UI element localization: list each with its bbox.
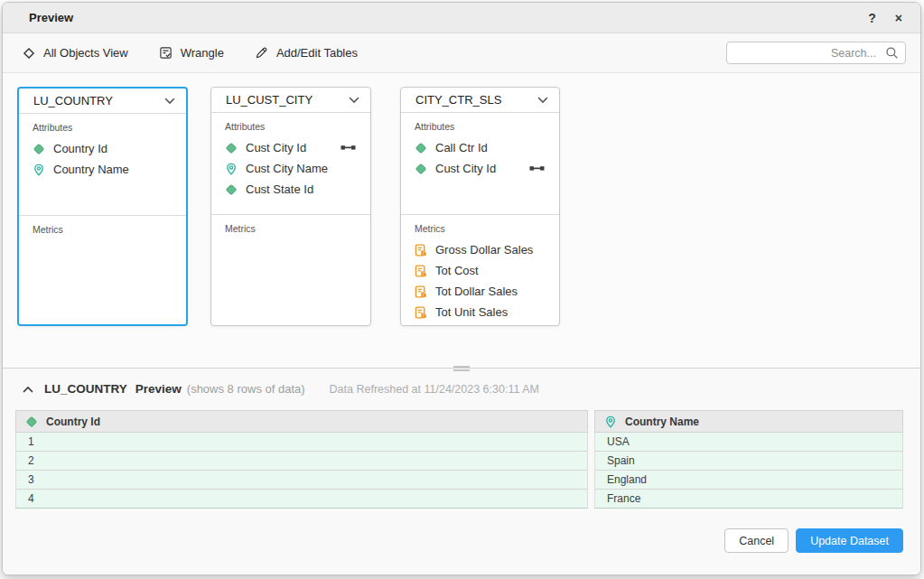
metrics-section: MetricsGross Dollar SalesTot CostTot Dol…: [401, 214, 559, 325]
column-header[interactable]: Country Name: [594, 410, 903, 433]
close-icon[interactable]: ×: [895, 12, 902, 24]
data-refreshed-text: Data Refreshed at 11/24/2023 6:30:11 AM: [330, 383, 539, 396]
attribute-item[interactable]: Call Ctr Id: [415, 137, 546, 158]
pencil-icon: [255, 46, 268, 60]
table-name: LU_CUST_CITY: [226, 93, 313, 107]
table-card-header[interactable]: LU_CUST_CITY: [211, 88, 370, 113]
diamond-outline-icon: [23, 47, 35, 60]
chevron-down-icon[interactable]: [164, 98, 175, 105]
table-card[interactable]: LU_COUNTRYAttributesCountry IdCountry Na…: [17, 87, 188, 326]
preview-title: Preview: [135, 382, 182, 396]
metric-item[interactable]: Tot Cost: [415, 260, 546, 281]
chevron-down-icon[interactable]: [537, 97, 548, 104]
attribute-item[interactable]: Country Id: [33, 138, 173, 159]
wrangle-label: Wrangle: [181, 46, 224, 60]
table-card-header[interactable]: CITY_CTR_SLS: [401, 88, 559, 113]
metric-icon: [415, 285, 427, 298]
metric-name: Tot Dollar Sales: [435, 285, 518, 298]
attributes-label: Attributes: [225, 121, 358, 132]
metric-item[interactable]: Tot Dollar Sales: [415, 281, 546, 302]
metric-name: Gross Dollar Sales: [435, 243, 533, 257]
metric-name: Tot Cost: [435, 264, 479, 277]
table-card[interactable]: LU_CUST_CITYAttributesCust City IdCust C…: [210, 87, 371, 326]
update-dataset-button[interactable]: Update Dataset: [796, 528, 903, 553]
search-box: [726, 42, 906, 64]
window-actions: ? ×: [868, 12, 902, 24]
attribute-name: Call Ctr Id: [435, 141, 488, 154]
attribute-item[interactable]: Cust City Id: [415, 158, 546, 179]
table-cell: 3: [15, 471, 588, 490]
table-card[interactable]: CITY_CTR_SLSAttributesCall Ctr IdCust Ci…: [400, 87, 560, 326]
attribute-name: Cust City Id: [246, 141, 306, 154]
attribute-item[interactable]: Cust State Id: [225, 179, 358, 200]
search-icon: [885, 46, 899, 63]
attribute-diamond-icon: [225, 183, 238, 196]
attribute-pin-icon: [225, 163, 238, 175]
attribute-item[interactable]: Cust City Name: [225, 158, 358, 179]
wrangle-icon: [159, 46, 173, 60]
attribute-diamond-icon: [225, 142, 238, 154]
splitter-drag-handle[interactable]: [453, 365, 470, 371]
attribute-diamond-icon: [33, 143, 45, 155]
attribute-pin-icon: [33, 163, 45, 176]
metric-icon: [415, 244, 427, 257]
cancel-button[interactable]: Cancel: [724, 528, 789, 553]
dialog-titlebar: Preview ? ×: [3, 3, 920, 33]
add-edit-tables-label: Add/Edit Tables: [276, 46, 358, 60]
add-edit-tables-button[interactable]: Add/Edit Tables: [255, 46, 358, 60]
chevron-up-icon[interactable]: [23, 386, 33, 393]
toolbar: All Objects View Wrangle Add/Edit Tables: [3, 33, 920, 73]
table-name: LU_COUNTRY: [33, 94, 113, 107]
attribute-name: Cust City Id: [435, 162, 496, 175]
chevron-down-icon[interactable]: [349, 97, 359, 104]
table-card-header[interactable]: LU_COUNTRY: [19, 89, 186, 114]
attribute-name: Country Name: [53, 163, 129, 176]
metric-icon: [415, 265, 427, 277]
metrics-label: Metrics: [225, 223, 358, 234]
metrics-section: Metrics: [211, 214, 370, 325]
attributes-label: Attributes: [33, 122, 173, 133]
join-link-icon: [529, 164, 545, 173]
attributes-section: AttributesCall Ctr IdCust City Id: [401, 113, 559, 214]
preview-panel: LU_COUNTRY Preview (shows 8 rows of data…: [3, 369, 920, 574]
attribute-diamond-icon: [415, 163, 427, 175]
metric-item[interactable]: Tot Unit Sales: [415, 302, 546, 322]
table-cell: 2: [15, 452, 588, 471]
metric-icon: [415, 306, 427, 319]
table-cell: USA: [594, 433, 903, 452]
table-cell: France: [594, 490, 903, 509]
preview-dialog: Preview ? × All Objects View Wrangle Add…: [2, 2, 921, 575]
column-header[interactable]: Country Id: [15, 410, 588, 433]
table-cell: Spain: [594, 452, 903, 471]
metrics-section: Metrics: [19, 215, 186, 324]
wrangle-button[interactable]: Wrangle: [159, 46, 224, 60]
attribute-name: Cust State Id: [246, 182, 313, 196]
tables-canvas: LU_COUNTRYAttributesCountry IdCountry Na…: [3, 73, 920, 368]
attributes-label: Attributes: [415, 121, 546, 132]
metric-item[interactable]: Gross Dollar Sales: [415, 239, 546, 260]
preview-data-table: Country Id1234Country NameUSASpainEnglan…: [15, 410, 903, 509]
join-link-icon: [341, 144, 356, 152]
attribute-item[interactable]: Cust City Id: [225, 137, 358, 158]
metric-name: Tot Unit Sales: [435, 305, 508, 319]
table-column: Country NameUSASpainEnglandFrance: [594, 410, 903, 509]
all-objects-view-button[interactable]: All Objects View: [23, 46, 128, 60]
dialog-title: Preview: [29, 11, 73, 24]
table-cell: England: [594, 471, 903, 490]
panel-splitter: [3, 368, 920, 369]
help-icon[interactable]: ?: [868, 12, 876, 24]
column-header-label: Country Name: [625, 416, 699, 428]
attributes-section: AttributesCountry IdCountry Name: [19, 114, 186, 215]
metrics-label: Metrics: [415, 223, 546, 234]
preview-subtitle: (shows 8 rows of data): [187, 382, 305, 396]
preview-table-name: LU_COUNTRY: [44, 382, 127, 396]
table-cell: 1: [15, 433, 588, 452]
table-name: CITY_CTR_SLS: [415, 93, 501, 107]
table-column: Country Id1234: [15, 410, 588, 509]
attributes-section: AttributesCust City IdCust City NameCust…: [211, 113, 370, 214]
attribute-diamond-icon: [25, 416, 38, 428]
search-input[interactable]: [726, 42, 906, 64]
attribute-pin-icon: [604, 416, 617, 428]
attribute-item[interactable]: Country Name: [33, 159, 173, 180]
attribute-diamond-icon: [415, 142, 427, 154]
